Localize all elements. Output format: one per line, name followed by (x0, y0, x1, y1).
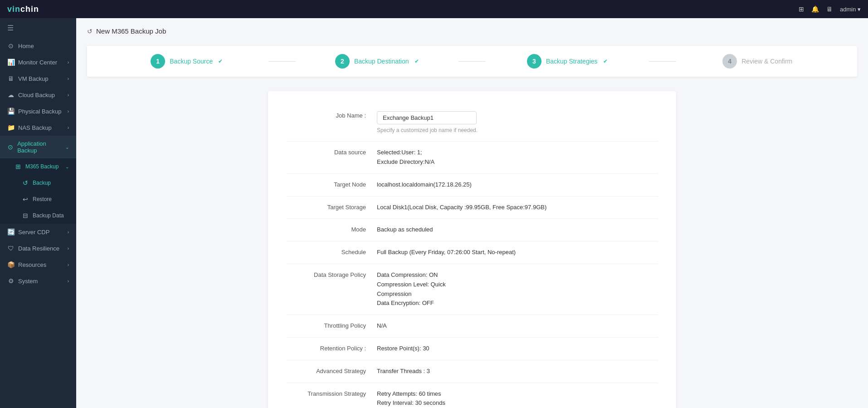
backup-data-icon: ⊟ (22, 212, 29, 219)
sidebar: ☰ ⊙ Home 📊 Monitor Center › 🖥 VM Backup … (0, 18, 76, 408)
sidebar-toggle[interactable]: ☰ (0, 18, 76, 38)
topbar-icons: ⊞ 🔔 🖥 admin ▾ (799, 5, 861, 13)
sidebar-item-backup-data[interactable]: ⊟ Backup Data (0, 207, 76, 224)
sidebar-item-cloud-backup[interactable]: ☁ Cloud Backup › (0, 87, 76, 103)
sidebar-item-restore[interactable]: ↩ Restore (0, 191, 76, 207)
arrow-icon: › (68, 125, 69, 130)
value-retention-policy: Restore Point(s): 30 (377, 344, 658, 354)
sidebar-item-system[interactable]: ⚙ System › (0, 273, 76, 289)
value-mode: Backup as scheduled (377, 225, 658, 235)
sidebar-item-vm-backup[interactable]: 🖥 VM Backup › (0, 70, 76, 87)
sidebar-sub-m365: ⊞ M365 Backup ⌄ ↺ Backup ↩ Restore ⊟ Bac… (0, 158, 76, 224)
sidebar-label-nas-backup: NAS Backup (18, 124, 52, 131)
monitor-icon[interactable]: 🖥 (826, 5, 833, 13)
review-row-retention-policy: Retention Policy : Restore Point(s): 30 (286, 338, 658, 360)
job-name-input[interactable] (377, 111, 477, 124)
step-label-backup-source: Backup Source (170, 58, 213, 65)
step-divider-1 (268, 61, 296, 62)
check-icon-3: ✔ (603, 58, 608, 64)
sidebar-label-home: Home (18, 43, 34, 49)
stepper: 1 Backup Source ✔ 2 Backup Destination ✔… (87, 46, 857, 77)
review-row-mode: Mode Backup as scheduled (286, 219, 658, 241)
review-row-data-source: Data source Selected:User: 1; Exclude Di… (286, 142, 658, 174)
transmission-line-1: Retry Attempts: 60 times (377, 389, 658, 399)
check-icon-2: ✔ (414, 58, 419, 64)
arrow-icon: › (68, 246, 69, 251)
page-title: New M365 Backup Job (96, 27, 166, 35)
review-row-target-storage: Target Storage Local Disk1(Local Disk, C… (286, 197, 658, 219)
value-throttling-policy: N/A (377, 321, 658, 331)
value-data-source: Selected:User: 1; Exclude Directory:N/A (377, 148, 658, 167)
data-resilience-icon: 🛡 (7, 245, 15, 252)
step-label-review-confirm: Review & Confirm (741, 58, 792, 65)
step-divider-2 (458, 61, 486, 62)
sidebar-label-resources: Resources (18, 261, 46, 268)
label-mode: Mode (286, 225, 377, 233)
sidebar-label-data-resilience: Data Resilience (18, 245, 59, 252)
home-icon: ⊙ (7, 42, 15, 49)
label-data-storage-policy: Data Storage Policy (286, 270, 377, 278)
step-backup-destination[interactable]: 2 Backup Destination ✔ (296, 54, 459, 69)
review-card: Job Name : Specify a customized job name… (268, 91, 676, 408)
step-label-backup-destination: Backup Destination (354, 58, 409, 65)
sidebar-label-backup: Backup (33, 180, 51, 186)
topbar: vinchin ⊞ 🔔 🖥 admin ▾ (0, 0, 868, 18)
label-data-source: Data source (286, 148, 377, 156)
content-area: ↺ New M365 Backup Job 1 Backup Source ✔ … (76, 18, 868, 408)
review-row-advanced-strategy: Advanced Strategy Transfer Threads : 3 (286, 360, 658, 383)
value-target-node: localhost.localdomain(172.18.26.25) (377, 180, 658, 190)
restore-icon: ↩ (22, 196, 29, 203)
arrow-icon: › (68, 109, 69, 114)
step-backup-strategies[interactable]: 3 Backup Strategies ✔ (486, 54, 649, 69)
value-schedule: Full Backup (Every Friday, 07:26:00 Star… (377, 248, 658, 257)
logo: vinchin (7, 5, 39, 14)
label-advanced-strategy: Advanced Strategy (286, 367, 377, 374)
sidebar-item-data-resilience[interactable]: 🛡 Data Resilience › (0, 240, 76, 256)
sidebar-sub2-backup: ↺ Backup ↩ Restore ⊟ Backup Data (0, 175, 76, 224)
data-source-line-1: Selected:User: 1; (377, 148, 658, 157)
step-backup-source[interactable]: 1 Backup Source ✔ (105, 54, 268, 69)
sidebar-item-physical-backup[interactable]: 💾 Physical Backup › (0, 103, 76, 119)
check-icon-1: ✔ (218, 58, 223, 64)
arrow-icon: › (68, 60, 69, 65)
bell-icon[interactable]: 🔔 (811, 5, 819, 13)
sidebar-item-application-backup[interactable]: ⊙ Application Backup ⌄ (0, 136, 76, 158)
data-storage-line-2: Compression Level: Quick (377, 280, 658, 290)
sidebar-item-resources[interactable]: 📦 Resources › (0, 256, 76, 273)
grid-icon[interactable]: ⊞ (799, 5, 804, 13)
sidebar-label-server-cdp: Server CDP (18, 229, 49, 236)
step-review-confirm[interactable]: 4 Review & Confirm (676, 54, 839, 69)
value-transmission-strategy: Retry Attempts: 60 times Retry Interval:… (377, 389, 658, 408)
value-job-name: Specify a customized job name if needed. (377, 111, 658, 135)
sidebar-item-monitor-center[interactable]: 📊 Monitor Center › (0, 54, 76, 70)
arrow-down-icon: ⌄ (65, 145, 69, 150)
main-layout: ☰ ⊙ Home 📊 Monitor Center › 🖥 VM Backup … (0, 18, 868, 408)
arrow-icon: › (68, 93, 69, 98)
nas-backup-icon: 📁 (7, 124, 15, 131)
sidebar-label-system: System (18, 278, 38, 285)
user-menu[interactable]: admin ▾ (840, 6, 861, 13)
step-label-backup-strategies: Backup Strategies (546, 58, 598, 65)
step-circle-2: 2 (335, 54, 350, 69)
server-cdp-icon: 🔄 (7, 228, 15, 236)
sidebar-item-nas-backup[interactable]: 📁 NAS Backup › (0, 119, 76, 136)
review-row-data-storage-policy: Data Storage Policy Data Compression: ON… (286, 264, 658, 315)
vm-backup-icon: 🖥 (7, 75, 15, 82)
sidebar-item-server-cdp[interactable]: 🔄 Server CDP › (0, 224, 76, 240)
arrow-icon: › (68, 279, 69, 284)
step-circle-1: 1 (151, 54, 165, 69)
sidebar-label-cloud-backup: Cloud Backup (18, 92, 55, 98)
sidebar-item-backup[interactable]: ↺ Backup (0, 175, 76, 191)
data-storage-line-3: Compression (377, 290, 658, 299)
step-circle-4: 4 (722, 54, 737, 69)
sidebar-item-home[interactable]: ⊙ Home (0, 38, 76, 54)
sidebar-item-m365-backup[interactable]: ⊞ M365 Backup ⌄ (0, 158, 76, 175)
review-row-target-node: Target Node localhost.localdomain(172.18… (286, 174, 658, 197)
m365-icon: ⊞ (15, 163, 22, 170)
review-row-throttling-policy: Throttling Policy N/A (286, 315, 658, 338)
refresh-icon[interactable]: ↺ (87, 28, 93, 35)
data-storage-line-4: Data Encryption: OFF (377, 299, 658, 308)
physical-backup-icon: 💾 (7, 108, 15, 115)
step-divider-3 (649, 61, 676, 62)
label-transmission-strategy: Transmission Strategy (286, 389, 377, 397)
